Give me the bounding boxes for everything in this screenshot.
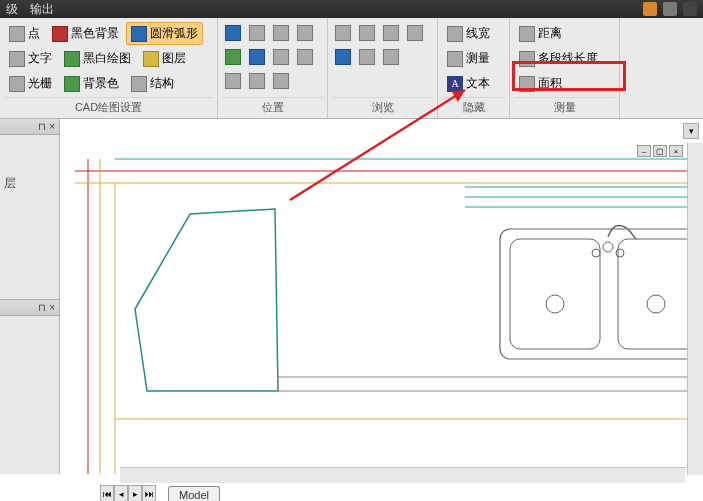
distance-icon [519,26,535,42]
black-bg-button[interactable]: 黑色背景 [47,22,124,45]
pos-ico-4 [297,49,313,65]
horizontal-scrollbar[interactable] [120,467,685,483]
doc-max-button[interactable]: ▢ [653,145,667,157]
measure-tool-icon [447,51,463,67]
svg-marker-10 [135,209,278,391]
smooth-arc-icon [131,26,147,42]
menu-output[interactable]: 输出 [30,1,54,18]
bw-draw-button[interactable]: 黑白绘图 [59,47,136,70]
structure-button[interactable]: 结构 [126,72,179,95]
zoom-in-button[interactable] [270,22,292,44]
app-icon3[interactable] [683,2,697,16]
browse-ico-7 [383,49,399,65]
tab-model[interactable]: Model [168,486,220,501]
browse-btn-1[interactable] [332,22,354,44]
pos-btn-3[interactable] [270,46,292,68]
browse-ico-6 [359,49,375,65]
doc-window-controls: – ▢ × [637,145,683,157]
titlebar: 级 输出 [0,0,703,18]
pos-btn-7[interactable] [270,70,292,92]
svg-point-16 [647,295,665,313]
svg-rect-11 [278,377,698,391]
svg-point-19 [616,249,624,257]
browse-btn-2[interactable] [356,22,378,44]
pos-btn-1[interactable] [222,46,244,68]
bg-color-button[interactable]: 背景色 [59,72,124,95]
pos-ico-2 [249,49,265,65]
app-icon1[interactable] [643,2,657,16]
pos-btn-2[interactable] [246,46,268,68]
tab-first-button[interactable]: ⏮ [100,485,114,501]
browse-ico-3 [383,25,399,41]
tab-prev-button[interactable]: ◂ [114,485,128,501]
menu-level[interactable]: 级 [6,1,18,18]
browse-btn-6[interactable] [356,46,378,68]
zoom-out-button[interactable] [294,22,316,44]
drawing-canvas[interactable] [60,119,703,474]
app-icon2[interactable] [663,2,677,16]
browse-ico-2 [359,25,375,41]
pos-ico-3 [273,49,289,65]
canvas-options-dropdown[interactable]: ▾ [683,123,699,139]
browse-ico-5 [335,49,351,65]
pin-icon-1[interactable]: ⊓ × [38,121,55,132]
browse-ico-1 [335,25,351,41]
doc-close-button[interactable]: × [669,145,683,157]
browse-btn-4[interactable] [404,22,426,44]
svg-point-15 [546,295,564,313]
tab-next-button[interactable]: ▸ [128,485,142,501]
model-tabs: ⏮ ◂ ▸ ⏭ Model [100,483,220,501]
pin-icon-2[interactable]: ⊓ × [38,302,55,313]
pos-btn-4[interactable] [294,46,316,68]
area-icon [519,76,535,92]
point-icon [9,26,25,42]
structure-icon [131,76,147,92]
panel-label-position: 位置 [222,97,323,118]
tab-last-button[interactable]: ⏭ [142,485,156,501]
bw-draw-icon [64,51,80,67]
sidebar-item-layer[interactable]: 层 [0,135,59,232]
distance-button[interactable]: 距离 [514,22,567,45]
zoom-in-icon [273,25,289,41]
panel-label-cad: CAD绘图设置 [4,97,213,118]
smooth-arc-button[interactable]: 圆滑弧形 [126,22,203,45]
measure-tool-button[interactable]: 测量 [442,47,495,70]
pos-ico-1 [225,49,241,65]
area-button[interactable]: 面积 [514,72,567,95]
svg-point-17 [603,242,613,252]
text-hide-button[interactable]: A文本 [442,72,495,95]
browse-btn-7[interactable] [380,46,402,68]
polyline-length-icon [519,51,535,67]
polyline-length-button[interactable]: 多段线长度 [514,47,603,70]
raster-icon [9,76,25,92]
zoom-out-icon [297,25,313,41]
fit-icon [225,25,241,41]
ribbon: 点 黑色背景 圆滑弧形 文字 黑白绘图 图层 光栅 背景色 结构 CAD绘图设置 [0,18,703,119]
text-icon [9,51,25,67]
fit-button[interactable] [222,22,244,44]
point-button[interactable]: 点 [4,22,45,45]
vertical-scrollbar[interactable] [687,143,703,475]
layer-icon [143,51,159,67]
bg-color-icon [64,76,80,92]
doc-min-button[interactable]: – [637,145,651,157]
text-button[interactable]: 文字 [4,47,57,70]
panel-label-browse: 浏览 [332,97,433,118]
line-width-button[interactable]: 线宽 [442,22,495,45]
svg-point-18 [592,249,600,257]
text-hide-icon: A [447,76,463,92]
zoom-window-icon [249,25,265,41]
svg-rect-14 [618,239,696,349]
layer-button[interactable]: 图层 [138,47,191,70]
browse-btn-3[interactable] [380,22,402,44]
browse-btn-5[interactable] [332,46,354,68]
pos-ico-5 [225,73,241,89]
zoom-window-button[interactable] [246,22,268,44]
panel-label-hide: 隐藏 [442,97,505,118]
pos-ico-6 [249,73,265,89]
black-bg-icon [52,26,68,42]
pos-btn-6[interactable] [246,70,268,92]
raster-button[interactable]: 光栅 [4,72,57,95]
svg-rect-13 [510,239,600,349]
pos-btn-5[interactable] [222,70,244,92]
